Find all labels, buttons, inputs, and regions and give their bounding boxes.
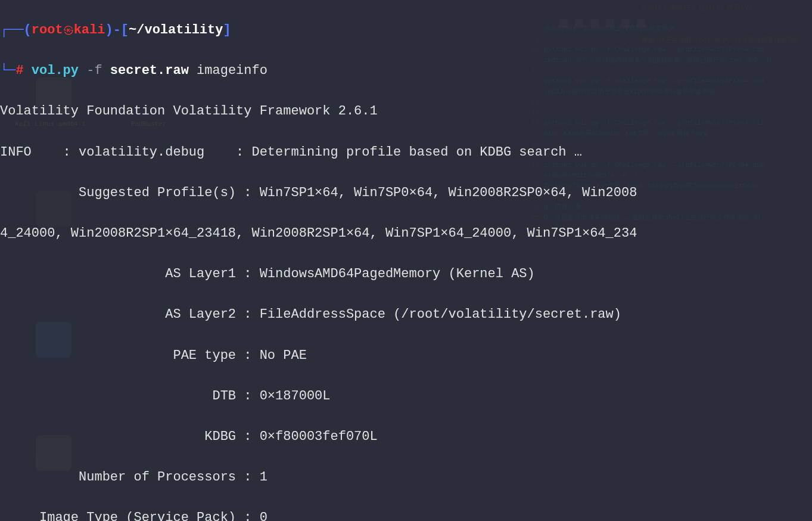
- output-imagetype: Image Type (Service Pack) : 0: [0, 508, 812, 521]
- output-dtb: DTB : 0×187000L: [0, 386, 812, 407]
- output-banner: Volatility Foundation Volatility Framewo…: [0, 101, 812, 122]
- output-kdbg: KDBG : 0×f80003fef070L: [0, 427, 812, 447]
- terminal-output[interactable]: ┌──(root㉿kali)-[~/volatility] └─# vol.py…: [0, 0, 812, 521]
- output-as2: AS Layer2 : FileAddressSpace (/root/vola…: [0, 305, 812, 325]
- output-info: INFO : volatility.debug : Determining pr…: [0, 142, 812, 163]
- command-line: └─# vol.py -f secret.raw imageinfo: [0, 61, 812, 81]
- output-pae: PAE type : No PAE: [0, 346, 812, 366]
- output-profiles: 4_24000, Win2008R2SP1×64_23418, Win2008R…: [0, 224, 812, 244]
- output-profiles: Suggested Profile(s) : Win7SP1×64, Win7S…: [0, 183, 812, 203]
- prompt-line-partial: ┌──(root㉿kali)-[~/volatility]: [0, 20, 812, 41]
- output-as1: AS Layer1 : WindowsAMD64PagedMemory (Ker…: [0, 264, 812, 284]
- output-nproc: Number of Processors : 1: [0, 467, 812, 488]
